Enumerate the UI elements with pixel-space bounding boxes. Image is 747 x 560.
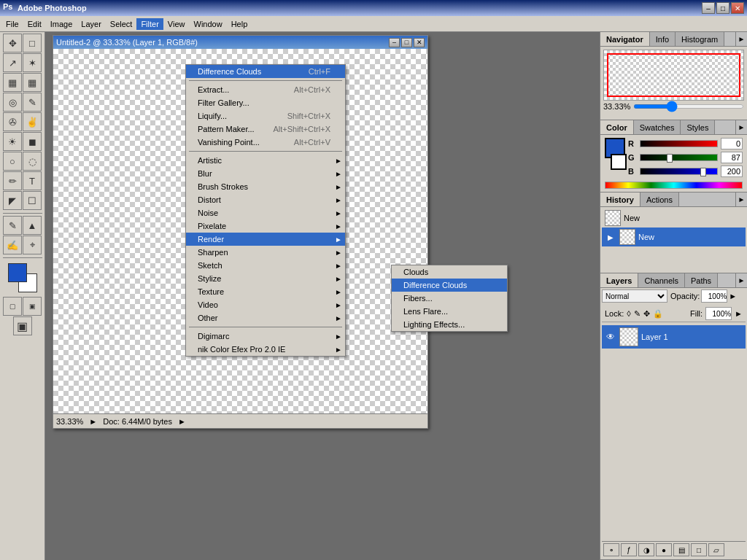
filter-video[interactable]: Video ► <box>186 298 345 311</box>
fill-tool[interactable]: ◼ <box>23 132 42 151</box>
color-spectrum[interactable] <box>605 182 743 189</box>
dodge-tool[interactable]: ◌ <box>23 152 42 171</box>
text-tool[interactable]: T <box>23 171 42 190</box>
lasso-tool[interactable]: ↗ <box>3 53 22 72</box>
delete-layer-button[interactable]: ▱ <box>708 543 724 556</box>
link-layers-button[interactable]: ⚬ <box>603 543 619 556</box>
filter-render[interactable]: Render ► <box>186 233 345 246</box>
tab-info[interactable]: Info <box>650 32 676 46</box>
hand-tool[interactable]: ✍ <box>3 236 22 254</box>
layer-visibility-icon[interactable]: 👁 <box>605 331 616 343</box>
channel-r-bar[interactable] <box>640 140 718 147</box>
filter-digimarc[interactable]: Digimarc ► <box>186 330 345 343</box>
render-fibers[interactable]: Fibers... <box>392 292 507 305</box>
render-difference-clouds[interactable]: Difference Clouds <box>392 279 507 292</box>
filter-pattern-maker[interactable]: Pattern Maker... Alt+Shift+Ctrl+X <box>186 122 345 136</box>
filter-pixelate[interactable]: Pixelate ► <box>186 219 345 233</box>
history-item-2[interactable]: ▶ New <box>602 228 746 246</box>
shape-tool[interactable]: ☐ <box>23 191 42 210</box>
add-group-button[interactable]: ▤ <box>673 543 689 556</box>
maximize-button[interactable]: □ <box>716 2 729 14</box>
bg-color-swatch[interactable] <box>611 154 627 170</box>
fill-input[interactable] <box>705 307 732 320</box>
tab-swatches[interactable]: Swatches <box>634 120 681 134</box>
tab-histogram[interactable]: Histogram <box>676 32 724 46</box>
menu-help[interactable]: Help <box>227 18 252 30</box>
opacity-arrow[interactable]: ► <box>729 292 737 300</box>
add-style-button[interactable]: ƒ <box>621 543 637 556</box>
pen-tool[interactable]: ✏ <box>3 171 22 190</box>
channel-b-bar[interactable] <box>640 168 718 175</box>
history-brush-tool[interactable]: ✌ <box>23 112 42 131</box>
history-item-1[interactable]: New <box>602 209 746 228</box>
filter-sketch[interactable]: Sketch ► <box>186 259 345 272</box>
opacity-input[interactable] <box>701 289 727 303</box>
menu-edit[interactable]: Edit <box>23 18 46 30</box>
slice-tool[interactable]: ▦ <box>23 73 42 92</box>
tab-actions[interactable]: Actions <box>640 192 679 206</box>
zoom-tool[interactable]: ⌖ <box>23 236 42 254</box>
filter-artistic[interactable]: Artistic ► <box>186 154 345 167</box>
menu-window[interactable]: Window <box>190 18 227 30</box>
fill-arrow[interactable]: ► <box>735 309 743 318</box>
quick-mask-off[interactable]: ▢ <box>3 297 22 316</box>
channel-b-input[interactable] <box>721 166 743 177</box>
tab-layers[interactable]: Layers <box>600 273 638 287</box>
filter-brush-strokes[interactable]: Brush Strokes ► <box>186 180 345 193</box>
lock-move-icon[interactable]: ✥ <box>643 309 650 319</box>
clone-tool[interactable]: ✇ <box>3 112 22 131</box>
foreground-color-swatch[interactable] <box>8 263 27 282</box>
tab-color[interactable]: Color <box>600 120 634 134</box>
filter-extract[interactable]: Extract... Alt+Ctrl+X <box>186 83 345 96</box>
layer-item-1[interactable]: 👁 Layer 1 <box>602 325 746 349</box>
brush-tool[interactable]: ✎ <box>23 93 42 112</box>
close-button[interactable]: ✕ <box>731 2 744 14</box>
quick-mask-on[interactable]: ▣ <box>23 297 42 316</box>
eyedropper-tool[interactable]: ▲ <box>23 216 42 235</box>
render-lens-flare[interactable]: Lens Flare... <box>392 305 507 318</box>
color-options[interactable]: ► <box>735 120 747 134</box>
filter-vanishing-point[interactable]: Vanishing Point... Alt+Ctrl+V <box>186 136 345 149</box>
menu-file[interactable]: File <box>1 18 23 30</box>
filter-menu-difference-clouds-top[interactable]: Difference Clouds Ctrl+F <box>186 65 345 78</box>
canvas-minimize[interactable]: – <box>389 38 400 47</box>
wand-tool[interactable]: ✶ <box>23 53 42 72</box>
menu-filter[interactable]: Filter <box>136 18 163 30</box>
filter-texture[interactable]: Texture ► <box>186 285 345 298</box>
marquee-tool[interactable]: □ <box>23 34 42 52</box>
render-clouds[interactable]: Clouds <box>392 265 507 279</box>
move-tool[interactable]: ✥ <box>3 34 22 52</box>
tab-channels[interactable]: Channels <box>638 273 684 287</box>
navigator-options[interactable]: ► <box>735 32 747 46</box>
canvas-restore[interactable]: □ <box>401 38 412 47</box>
filter-liquify[interactable]: Liquify... Shift+Ctrl+X <box>186 109 345 122</box>
lock-transparent-icon[interactable]: ◊ <box>627 309 630 318</box>
filter-sharpen[interactable]: Sharpen ► <box>186 246 345 259</box>
blur-tool[interactable]: ○ <box>3 152 22 171</box>
menu-select[interactable]: Select <box>106 18 137 30</box>
canvas-close[interactable]: ✕ <box>414 38 425 47</box>
tab-history[interactable]: History <box>600 192 640 206</box>
channel-g-input[interactable] <box>721 152 743 163</box>
channel-r-input[interactable] <box>721 138 743 149</box>
add-adjustment-button[interactable]: ● <box>656 543 672 556</box>
channel-g-bar[interactable] <box>640 154 718 161</box>
filter-gallery[interactable]: Filter Gallery... <box>186 96 345 109</box>
menu-layer[interactable]: Layer <box>77 18 106 30</box>
tab-styles[interactable]: Styles <box>681 120 715 134</box>
lock-paint-icon[interactable]: ✎ <box>634 309 640 319</box>
screen-mode[interactable]: ▣ <box>13 316 32 335</box>
add-layer-button[interactable]: □ <box>691 543 707 556</box>
filter-nik[interactable]: nik Color Efex Pro 2.0 IE ► <box>186 343 345 356</box>
eraser-tool[interactable]: ☀ <box>3 132 22 151</box>
filter-stylize[interactable]: Stylize ► <box>186 272 345 285</box>
filter-blur[interactable]: Blur ► <box>186 167 345 180</box>
tab-paths[interactable]: Paths <box>685 273 718 287</box>
path-tool[interactable]: ◤ <box>3 191 22 210</box>
render-lighting-effects[interactable]: Lighting Effects... <box>392 318 507 331</box>
blend-mode-select[interactable]: Normal <box>602 289 667 303</box>
tab-navigator[interactable]: Navigator <box>600 32 650 46</box>
history-options[interactable]: ► <box>735 192 747 206</box>
filter-other[interactable]: Other ► <box>186 311 345 324</box>
add-mask-button[interactable]: ◑ <box>638 543 654 556</box>
